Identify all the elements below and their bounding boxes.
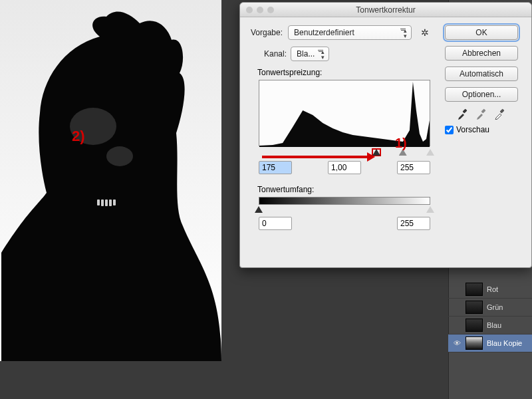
output-white-slider[interactable] <box>426 206 434 213</box>
cancel-button[interactable]: Abbrechen <box>445 46 518 61</box>
svg-rect-5 <box>109 200 112 206</box>
output-gradient[interactable] <box>259 197 430 205</box>
output-black-slider[interactable] <box>255 206 263 213</box>
preset-label: Vorgabe: <box>251 28 283 37</box>
output-range-label: Tonwertumfang: <box>257 185 314 194</box>
auto-button[interactable]: Automatisch <box>445 66 518 81</box>
channel-label: Kanal: <box>264 49 287 59</box>
channel-label: Grün <box>487 303 503 311</box>
histogram-label: Tonwertspreizung: <box>257 68 322 77</box>
channel-label: Rot <box>487 285 498 293</box>
output-black-input[interactable] <box>259 217 292 230</box>
eyedropper-white-icon[interactable] <box>494 108 506 120</box>
svg-rect-7 <box>462 108 467 113</box>
document-canvas[interactable]: 2) <box>0 0 221 361</box>
svg-rect-2 <box>97 200 100 205</box>
svg-rect-9 <box>499 108 504 113</box>
output-sliders <box>259 206 430 214</box>
channel-row-blau-kopie[interactable]: 👁 Blau Kopie <box>448 334 532 352</box>
channel-label: Blau Kopie <box>487 339 522 347</box>
channel-label: Blau <box>487 321 501 329</box>
channel-row-rot[interactable]: Rot <box>448 281 532 299</box>
silhouette-image <box>0 0 221 361</box>
gear-icon[interactable]: ✲ <box>421 27 429 38</box>
white-point-input[interactable] <box>397 161 430 174</box>
svg-rect-6 <box>113 200 116 205</box>
options-button[interactable]: Optionen... <box>445 87 518 102</box>
ok-button[interactable]: OK <box>445 25 518 40</box>
dialog-title: Tonwertkorrektur <box>356 5 415 15</box>
white-point-slider[interactable] <box>426 149 434 156</box>
eyedropper-gray-icon[interactable] <box>475 108 487 120</box>
preset-combo[interactable]: Benutzerdefiniert▴▾ <box>288 25 412 40</box>
channel-combo[interactable]: Bla...▴▾ <box>291 47 329 61</box>
channel-thumb <box>466 301 483 314</box>
annotation-2: 2) <box>72 128 85 145</box>
channel-thumb <box>466 283 483 296</box>
dialog-titlebar[interactable]: Tonwertkorrektur <box>240 3 531 17</box>
preview-label: Vorschau <box>456 125 489 134</box>
annotation-arrow <box>262 156 368 158</box>
channels-panel: Rot Grün Blau 👁 Blau Kopie <box>448 281 532 352</box>
channel-thumb <box>466 336 483 350</box>
gamma-input[interactable] <box>328 161 361 174</box>
eyedropper-black-icon[interactable] <box>457 108 469 120</box>
channel-thumb <box>466 319 483 332</box>
svg-rect-4 <box>105 200 108 206</box>
levels-dialog: Tonwertkorrektur Vorgabe: Benutzerdefini… <box>239 2 532 268</box>
visibility-toggle[interactable]: 👁 <box>452 339 462 347</box>
preview-checkbox[interactable] <box>445 126 454 134</box>
annotation-1: 1) <box>395 136 407 151</box>
channel-row-gruen[interactable]: Grün <box>448 299 532 317</box>
channel-row-blau[interactable]: Blau <box>448 317 532 334</box>
preview-checkbox-row[interactable]: Vorschau <box>445 125 518 134</box>
svg-rect-8 <box>481 108 485 113</box>
svg-rect-3 <box>101 200 104 206</box>
output-white-input[interactable] <box>397 217 430 230</box>
svg-point-1 <box>106 146 133 166</box>
black-point-input[interactable] <box>259 161 292 174</box>
